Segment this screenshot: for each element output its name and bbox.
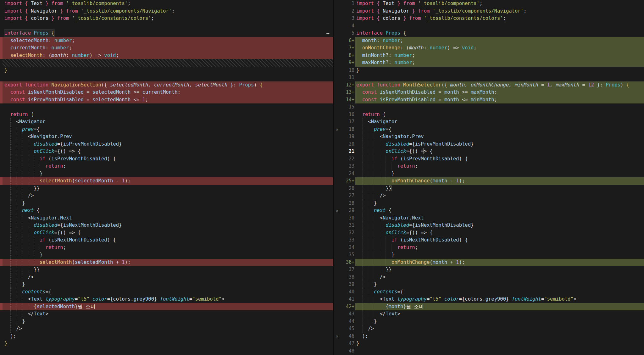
right-code-line[interactable]: 20 disabled={isPrevMonthDisabled} bbox=[334, 141, 644, 148]
line-number[interactable]: 11 bbox=[341, 74, 355, 81]
line-number[interactable]: 17 bbox=[341, 118, 355, 126]
line-number[interactable]: 13+ bbox=[341, 89, 355, 96]
right-code-line[interactable]: 30 <Navigator.Next bbox=[334, 214, 644, 222]
left-code-line[interactable]: /> bbox=[0, 325, 333, 333]
left-code-line[interactable]: /> bbox=[0, 274, 333, 281]
left-code-line[interactable]: </Text> bbox=[0, 310, 333, 318]
line-number[interactable]: 43 bbox=[341, 310, 355, 318]
line-number[interactable]: 36+ bbox=[341, 259, 355, 266]
line-number[interactable]: 45 bbox=[341, 325, 355, 333]
right-code-line[interactable]: ✕18 prev={ bbox=[334, 126, 644, 133]
left-code-line[interactable]: } bbox=[0, 200, 333, 207]
right-code-line[interactable]: 34 return; bbox=[334, 244, 644, 252]
left-code-line[interactable]: }} bbox=[0, 185, 333, 192]
left-code-line[interactable]: import { Navigator } from '_tosslib/comp… bbox=[0, 8, 333, 15]
left-code-line[interactable] bbox=[0, 59, 333, 67]
line-number[interactable]: 34 bbox=[341, 244, 355, 252]
right-code-line[interactable]: 32 onClick={() => { bbox=[334, 229, 644, 237]
right-code-line[interactable]: 48 bbox=[334, 347, 644, 355]
right-code-line[interactable]: ✕46 ); bbox=[334, 333, 644, 340]
right-code-line[interactable]: 9+ maxMonth?: number; bbox=[334, 59, 644, 67]
left-code-line[interactable]: return ( bbox=[0, 111, 333, 119]
left-code-line[interactable]: ); bbox=[0, 333, 333, 340]
right-code-line[interactable]: 21 onClick={() => { bbox=[334, 148, 644, 155]
left-code-line[interactable]: selectMonth: (month: number) => void; bbox=[0, 52, 333, 59]
line-number[interactable]: 38 bbox=[341, 274, 355, 281]
left-code-line[interactable]: selectMonth(selectedMonth + 1); bbox=[0, 259, 333, 266]
left-code-line[interactable]: prev={ bbox=[0, 126, 333, 133]
left-code-line[interactable]: return; bbox=[0, 244, 333, 252]
left-code-line[interactable]: return; bbox=[0, 163, 333, 170]
line-number[interactable]: 14+ bbox=[341, 96, 355, 104]
right-code-line[interactable]: 4 bbox=[334, 22, 644, 30]
left-code-line[interactable]: if (isPrevMonthDisabled) { bbox=[0, 155, 333, 163]
line-number[interactable]: 47 bbox=[341, 340, 355, 347]
left-code-line[interactable]: }} bbox=[0, 266, 333, 274]
right-code-line[interactable]: 23 return; bbox=[334, 163, 644, 170]
left-code-line[interactable]: selectedMonth: number; bbox=[0, 37, 333, 45]
line-number[interactable]: 4 bbox=[341, 22, 355, 30]
line-number[interactable]: 21 bbox=[341, 148, 355, 155]
line-number[interactable]: 35 bbox=[341, 251, 355, 259]
line-number[interactable]: 9+ bbox=[341, 59, 355, 67]
left-code-line[interactable]: } bbox=[0, 67, 333, 74]
right-code-line[interactable]: 6+ month: number; bbox=[334, 37, 644, 45]
left-code-line[interactable]: } bbox=[0, 318, 333, 325]
right-code-line[interactable]: 5interface Props { bbox=[334, 30, 644, 37]
right-code-line[interactable]: 37 }} bbox=[334, 266, 644, 274]
left-code-line[interactable] bbox=[0, 103, 333, 111]
left-code-line[interactable]: const isNextMonthDisabled = selectedMont… bbox=[0, 89, 333, 96]
line-number[interactable]: 10 bbox=[341, 67, 355, 74]
right-code-line[interactable]: 26 }} bbox=[334, 185, 644, 192]
right-code-line[interactable]: ✕29 next={ bbox=[334, 207, 644, 214]
left-code-line[interactable]: import { Text } from '_tosslib/component… bbox=[0, 0, 333, 8]
line-number[interactable]: 29 bbox=[341, 207, 355, 214]
right-code-line[interactable]: 45 /> bbox=[334, 325, 644, 333]
right-code-line[interactable]: 47} bbox=[334, 340, 644, 347]
line-number[interactable]: 37 bbox=[341, 266, 355, 274]
right-code-line[interactable]: 1import { Text } from '_tosslib/componen… bbox=[334, 0, 644, 8]
right-code-line[interactable]: 43 </Text> bbox=[334, 310, 644, 318]
line-number[interactable]: 44 bbox=[341, 318, 355, 325]
left-code-line[interactable]: onClick={() => { bbox=[0, 148, 333, 155]
line-number[interactable]: 24 bbox=[341, 170, 355, 178]
line-number[interactable]: 19 bbox=[341, 133, 355, 141]
left-code-line[interactable]: currentMonth: number; bbox=[0, 44, 333, 52]
line-number[interactable]: 12+ bbox=[341, 81, 355, 89]
right-code-line[interactable]: 17 <Navigator bbox=[334, 118, 644, 126]
line-number[interactable]: 41 bbox=[341, 296, 355, 303]
line-number[interactable]: 42+ bbox=[341, 303, 355, 311]
right-code-line[interactable]: 19 <Navigator.Prev bbox=[334, 133, 644, 141]
right-code-line[interactable]: 35 } bbox=[334, 251, 644, 259]
right-code-line[interactable]: 24 } bbox=[334, 170, 644, 178]
line-number[interactable]: 18 bbox=[341, 126, 355, 133]
left-code-line[interactable]: <Text typography="t5" color={colors.grey… bbox=[0, 296, 333, 303]
right-code-line[interactable]: 8+ minMonth?: number; bbox=[334, 52, 644, 59]
line-number[interactable]: 15 bbox=[341, 103, 355, 111]
close-icon[interactable]: ✕ bbox=[336, 127, 338, 132]
right-code-line[interactable]: 36+ onMonthChange(month + 1); bbox=[334, 259, 644, 266]
right-code-line[interactable]: 2import { Navigator } from '_tosslib/com… bbox=[334, 8, 644, 15]
left-code-line[interactable]: } bbox=[0, 170, 333, 178]
line-number[interactable]: 5 bbox=[341, 30, 355, 37]
right-code-line[interactable]: 27 /> bbox=[334, 192, 644, 200]
line-number[interactable]: 28 bbox=[341, 200, 355, 207]
left-code-line[interactable]: import { colors } from '_tosslib/constan… bbox=[0, 15, 333, 22]
right-code-line[interactable]: 33 if (isNextMonthDisabled) { bbox=[334, 236, 644, 244]
right-code-line[interactable]: 39 } bbox=[334, 281, 644, 288]
right-code-line[interactable]: 44 } bbox=[334, 318, 644, 325]
left-code-line[interactable]: <Navigator.Prev bbox=[0, 133, 333, 141]
line-number[interactable]: 40 bbox=[341, 288, 355, 296]
left-code-line[interactable] bbox=[0, 74, 333, 81]
left-code-line[interactable]: interface Props {— bbox=[0, 30, 333, 37]
right-code-line[interactable]: 41 <Text typography="t5" color={colors.g… bbox=[334, 296, 644, 303]
line-number[interactable]: 48 bbox=[341, 347, 355, 355]
left-code-line[interactable]: const isPrevMonthDisabled = selectedMont… bbox=[0, 96, 333, 104]
left-code-line[interactable] bbox=[0, 347, 333, 355]
left-code-line[interactable]: <Navigator bbox=[0, 118, 333, 126]
right-code-line[interactable]: 25+ onMonthChange(month - 1); bbox=[334, 177, 644, 185]
line-number[interactable]: 25+ bbox=[341, 177, 355, 185]
line-number[interactable]: 1 bbox=[341, 0, 355, 8]
line-number[interactable]: 16 bbox=[341, 111, 355, 119]
line-number[interactable]: 46 bbox=[341, 333, 355, 340]
